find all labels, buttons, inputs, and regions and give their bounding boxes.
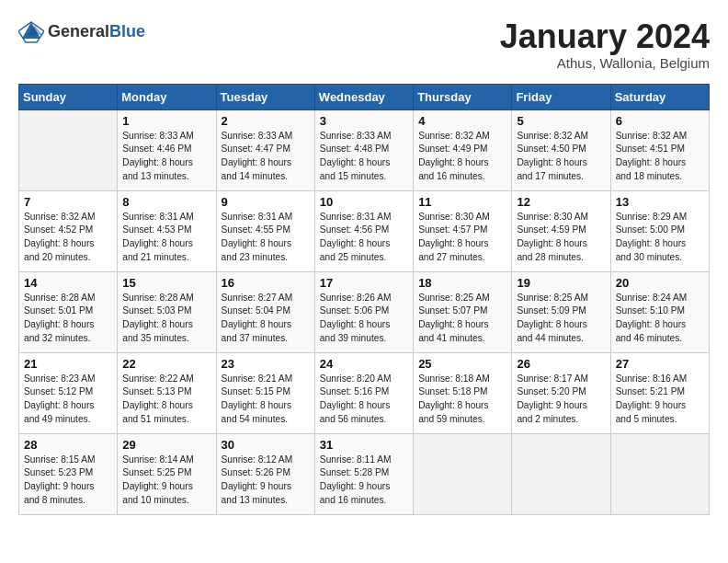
calendar-cell [19,109,118,190]
day-number: 23 [222,357,310,371]
day-number: 17 [320,276,408,290]
day-info: Sunrise: 8:17 AM Sunset: 5:20 PM Dayligh… [517,373,605,427]
day-info: Sunrise: 8:26 AM Sunset: 5:06 PM Dayligh… [320,292,408,346]
day-info: Sunrise: 8:21 AM Sunset: 5:15 PM Dayligh… [222,373,310,427]
day-info: Sunrise: 8:27 AM Sunset: 5:04 PM Dayligh… [222,292,310,346]
day-number: 2 [222,114,310,128]
calendar-cell: 5Sunrise: 8:32 AM Sunset: 4:50 PM Daylig… [512,109,610,190]
day-number: 6 [616,114,704,128]
calendar-cell: 30Sunrise: 8:12 AM Sunset: 5:26 PM Dayli… [216,433,314,514]
calendar-cell: 27Sunrise: 8:16 AM Sunset: 5:21 PM Dayli… [610,352,709,433]
calendar-cell [512,433,610,514]
day-number: 9 [222,195,310,209]
calendar-cell: 14Sunrise: 8:28 AM Sunset: 5:01 PM Dayli… [19,271,118,352]
calendar-cell: 17Sunrise: 8:26 AM Sunset: 5:06 PM Dayli… [314,271,413,352]
day-info: Sunrise: 8:28 AM Sunset: 5:01 PM Dayligh… [24,292,112,346]
day-info: Sunrise: 8:31 AM Sunset: 4:56 PM Dayligh… [320,211,408,265]
col-header-sunday: Sunday [19,84,118,109]
day-info: Sunrise: 8:25 AM Sunset: 5:07 PM Dayligh… [418,292,506,346]
day-info: Sunrise: 8:33 AM Sunset: 4:47 PM Dayligh… [222,130,310,184]
calendar-row-3: 14Sunrise: 8:28 AM Sunset: 5:01 PM Dayli… [19,271,710,352]
col-header-saturday: Saturday [610,84,709,109]
day-number: 4 [418,114,506,128]
calendar-cell: 10Sunrise: 8:31 AM Sunset: 4:56 PM Dayli… [314,190,413,271]
day-info: Sunrise: 8:12 AM Sunset: 5:26 PM Dayligh… [222,454,310,508]
page-header: GeneralBlue January 2024 Athus, Wallonia… [18,18,710,71]
month-title: January 2024 [500,18,710,55]
calendar-cell [610,433,709,514]
day-info: Sunrise: 8:25 AM Sunset: 5:09 PM Dayligh… [517,292,605,346]
header-row: SundayMondayTuesdayWednesdayThursdayFrid… [19,84,710,109]
calendar-cell: 20Sunrise: 8:24 AM Sunset: 5:10 PM Dayli… [610,271,709,352]
day-info: Sunrise: 8:29 AM Sunset: 5:00 PM Dayligh… [616,211,704,265]
day-info: Sunrise: 8:22 AM Sunset: 5:13 PM Dayligh… [122,373,210,427]
calendar-cell [414,433,512,514]
col-header-friday: Friday [512,84,610,109]
day-info: Sunrise: 8:11 AM Sunset: 5:28 PM Dayligh… [320,454,408,508]
day-info: Sunrise: 8:15 AM Sunset: 5:23 PM Dayligh… [24,454,112,508]
calendar-cell: 13Sunrise: 8:29 AM Sunset: 5:00 PM Dayli… [610,190,709,271]
calendar-cell: 11Sunrise: 8:30 AM Sunset: 4:57 PM Dayli… [414,190,512,271]
day-info: Sunrise: 8:30 AM Sunset: 4:59 PM Dayligh… [517,211,605,265]
day-number: 1 [122,114,210,128]
calendar-cell: 24Sunrise: 8:20 AM Sunset: 5:16 PM Dayli… [314,352,413,433]
day-info: Sunrise: 8:32 AM Sunset: 4:49 PM Dayligh… [418,130,506,184]
calendar-row-2: 7Sunrise: 8:32 AM Sunset: 4:52 PM Daylig… [19,190,710,271]
logo-blue: Blue [109,22,145,40]
calendar-cell: 4Sunrise: 8:32 AM Sunset: 4:49 PM Daylig… [414,109,512,190]
day-info: Sunrise: 8:33 AM Sunset: 4:46 PM Dayligh… [122,130,210,184]
calendar-cell: 29Sunrise: 8:14 AM Sunset: 5:25 PM Dayli… [118,433,216,514]
day-info: Sunrise: 8:33 AM Sunset: 4:48 PM Dayligh… [320,130,408,184]
calendar-cell: 31Sunrise: 8:11 AM Sunset: 5:28 PM Dayli… [314,433,413,514]
day-number: 13 [616,195,704,209]
day-number: 24 [320,357,408,371]
calendar-cell: 2Sunrise: 8:33 AM Sunset: 4:47 PM Daylig… [216,109,314,190]
day-number: 27 [616,357,704,371]
day-info: Sunrise: 8:32 AM Sunset: 4:51 PM Dayligh… [616,130,704,184]
day-number: 14 [24,276,112,290]
col-header-wednesday: Wednesday [314,84,413,109]
day-number: 16 [222,276,310,290]
calendar-page: GeneralBlue January 2024 Athus, Wallonia… [0,0,728,524]
calendar-cell: 16Sunrise: 8:27 AM Sunset: 5:04 PM Dayli… [216,271,314,352]
calendar-cell: 8Sunrise: 8:31 AM Sunset: 4:53 PM Daylig… [118,190,216,271]
day-number: 25 [418,357,506,371]
day-info: Sunrise: 8:32 AM Sunset: 4:52 PM Dayligh… [24,211,112,265]
day-number: 19 [517,276,605,290]
logo-icon [18,18,44,44]
calendar-row-1: 1Sunrise: 8:33 AM Sunset: 4:46 PM Daylig… [19,109,710,190]
day-info: Sunrise: 8:31 AM Sunset: 4:53 PM Dayligh… [122,211,210,265]
day-info: Sunrise: 8:31 AM Sunset: 4:55 PM Dayligh… [222,211,310,265]
day-number: 8 [122,195,210,209]
logo-text: GeneralBlue [48,22,145,41]
day-number: 20 [616,276,704,290]
col-header-thursday: Thursday [414,84,512,109]
calendar-cell: 28Sunrise: 8:15 AM Sunset: 5:23 PM Dayli… [19,433,118,514]
location: Athus, Wallonia, Belgium [500,55,710,71]
day-number: 28 [24,438,112,452]
day-number: 30 [222,438,310,452]
calendar-cell: 3Sunrise: 8:33 AM Sunset: 4:48 PM Daylig… [314,109,413,190]
calendar-cell: 15Sunrise: 8:28 AM Sunset: 5:03 PM Dayli… [118,271,216,352]
title-block: January 2024 Athus, Wallonia, Belgium [500,18,710,71]
day-info: Sunrise: 8:30 AM Sunset: 4:57 PM Dayligh… [418,211,506,265]
day-number: 3 [320,114,408,128]
calendar-cell: 18Sunrise: 8:25 AM Sunset: 5:07 PM Dayli… [414,271,512,352]
calendar-cell: 23Sunrise: 8:21 AM Sunset: 5:15 PM Dayli… [216,352,314,433]
calendar-cell: 7Sunrise: 8:32 AM Sunset: 4:52 PM Daylig… [19,190,118,271]
calendar-row-4: 21Sunrise: 8:23 AM Sunset: 5:12 PM Dayli… [19,352,710,433]
day-info: Sunrise: 8:32 AM Sunset: 4:50 PM Dayligh… [517,130,605,184]
day-info: Sunrise: 8:14 AM Sunset: 5:25 PM Dayligh… [122,454,210,508]
day-info: Sunrise: 8:18 AM Sunset: 5:18 PM Dayligh… [418,373,506,427]
calendar-cell: 12Sunrise: 8:30 AM Sunset: 4:59 PM Dayli… [512,190,610,271]
day-number: 31 [320,438,408,452]
day-info: Sunrise: 8:20 AM Sunset: 5:16 PM Dayligh… [320,373,408,427]
col-header-tuesday: Tuesday [216,84,314,109]
logo: GeneralBlue [18,18,145,44]
calendar-cell: 9Sunrise: 8:31 AM Sunset: 4:55 PM Daylig… [216,190,314,271]
day-number: 5 [517,114,605,128]
calendar-cell: 21Sunrise: 8:23 AM Sunset: 5:12 PM Dayli… [19,352,118,433]
day-info: Sunrise: 8:28 AM Sunset: 5:03 PM Dayligh… [122,292,210,346]
calendar-row-5: 28Sunrise: 8:15 AM Sunset: 5:23 PM Dayli… [19,433,710,514]
day-number: 15 [122,276,210,290]
